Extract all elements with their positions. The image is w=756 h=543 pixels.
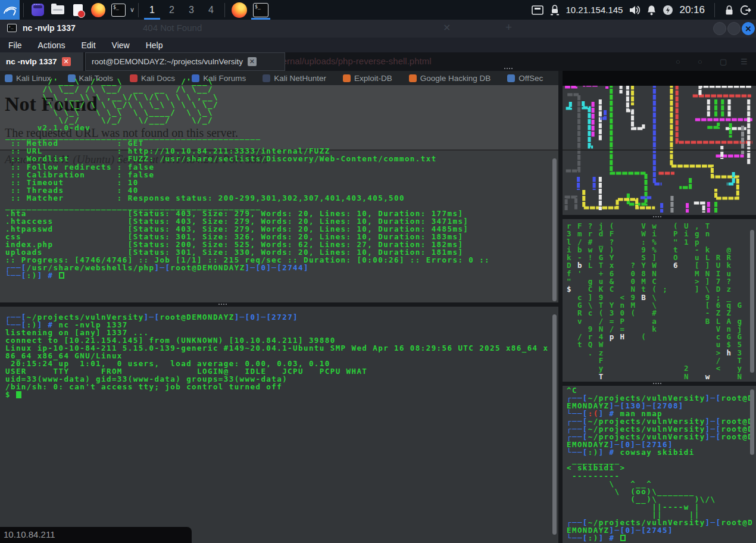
applications-menu-button[interactable] (0, 0, 20, 20)
menu-help[interactable]: Help (146, 40, 163, 50)
vpn-ip-address[interactable]: 10.21.154.145 (566, 5, 623, 15)
desktop: $_ ∨ 1 2 3 4 $_ 10.21.154.145 (0, 0, 756, 543)
terminal-icon: ›_ (7, 24, 17, 32)
pane-resize-handle[interactable] (504, 67, 513, 70)
launcher-text-editor[interactable] (68, 0, 88, 20)
minimize-button[interactable] (713, 22, 726, 35)
clock[interactable]: 20:16 (679, 4, 705, 16)
matrix-row: R c ( 3 0 ( # - Z Z (567, 309, 756, 317)
ghost-tab-close-icon: ✕ (443, 22, 451, 33)
terminal-icon: $_ (111, 4, 126, 17)
volume-icon[interactable] (629, 5, 641, 15)
taskbar-terminal[interactable]: $_ (250, 0, 271, 20)
launcher-desktop[interactable] (27, 0, 48, 20)
terminal-window: 404 Not Found ✕ + ›_ nc -nvlp 1337 ✕ Fil… (0, 20, 756, 543)
matrix-row: c ] 9 < 9 B \ 9 ; _ (567, 294, 756, 301)
lock-screen-icon[interactable] (724, 5, 734, 15)
pane-ffuf[interactable]: Kali LinuxKali ToolsKali DocsKali Forums… (0, 71, 558, 302)
launcher-file-manager[interactable] (48, 0, 68, 20)
matrix-row: 9 N / = k V n j (567, 325, 756, 333)
ghost-shield-icon: ○ (676, 57, 680, 66)
matrix-row: i b w V ) 9 % t - k @ (567, 246, 756, 254)
workspace-2[interactable]: 2 (162, 0, 182, 20)
panel-separator (138, 3, 139, 17)
document-icon (73, 4, 83, 16)
ghost-page-divider (563, 149, 756, 151)
matrix-row: $ C K C N t ( ; ] \ D z (567, 285, 756, 293)
tab-root-demondayz[interactable]: root@DEMONDAYZ:~/projects/vulnVersity ✕ (85, 52, 285, 71)
matrix-row: f ' + 6 0 8 N M N I u (567, 270, 756, 277)
ghost-status-tooltip: 10.10.84.211 (0, 527, 192, 543)
bookmark-favicon (507, 74, 515, 82)
launcher-firefox[interactable] (88, 0, 108, 20)
notification-bell-icon[interactable] (646, 5, 657, 15)
menu-file[interactable]: File (8, 40, 22, 50)
pane-cmatrix[interactable]: r F ? j ( V w ( U , T 3 m r d F W i P i … (563, 219, 756, 382)
chevron-down-icon[interactable]: ∨ (130, 6, 135, 14)
matrix-rain: r F ? j ( V w ( U , T 3 m r d F W i P i … (567, 222, 756, 380)
matrix-row: G \ T Y n M \ [ 6 q G (567, 301, 756, 309)
window-title: nc -nvlp 1337 (23, 23, 76, 33)
terminal-icon: $_ (253, 3, 268, 17)
menu-bar: File Actions Edit View Help (0, 38, 756, 52)
updates-icon[interactable] (663, 5, 673, 15)
matrix-row: / r 4 p H ( c G G (567, 333, 756, 341)
scrollbar-thumb[interactable] (750, 230, 754, 373)
matrix-row: t Q W u $ 5 (567, 341, 756, 348)
panel-separator (23, 3, 24, 17)
ghost-new-tab-icon: + (505, 21, 512, 34)
panel-separator (224, 3, 225, 17)
window-titlebar[interactable]: 404 Not Found ✕ + ›_ nc -nvlp 1337 ✕ (0, 20, 756, 38)
menu-edit[interactable]: Edit (81, 40, 95, 50)
pipes-art (563, 71, 756, 215)
terminal-line: $ (5, 391, 548, 398)
panel-status-area: 10.21.154.145 20:16 (532, 3, 756, 17)
matrix-row: l / # _ ? : % " 1 p (567, 238, 756, 246)
tab-nc-nvlp-1337[interactable]: nc -nvlp 1337 ✕ (0, 52, 83, 71)
matrix-row: " g u & 0 M C > ] 7 ? (567, 277, 756, 285)
scrollbar-thumb[interactable] (750, 389, 754, 455)
taskbar-firefox[interactable] (229, 0, 250, 20)
horizontal-pane-divider[interactable] (0, 302, 558, 307)
matrix-row: T N w N (567, 373, 756, 380)
folder-icon (51, 5, 64, 14)
pane-netcat[interactable]: ┌──[~/projects/vulnVersity]─[root@DEMOND… (0, 307, 558, 543)
pane-resize-handle[interactable] (652, 216, 662, 218)
firefox-icon (91, 3, 105, 17)
matrix-row: F / T (567, 357, 756, 364)
workspace-1[interactable]: 1 (142, 0, 162, 20)
tab-close-icon[interactable]: ✕ (62, 57, 71, 66)
close-button[interactable]: ✕ (742, 22, 755, 35)
ghost-hamburger-icon: ☰ (741, 57, 748, 66)
workspace-pager: 1 2 3 4 (142, 0, 221, 20)
launcher-terminal[interactable]: $_ (108, 0, 129, 20)
terminal-line: ┌──[/usr/share/webshells/php]─[root@DEMO… (5, 264, 490, 272)
clipboard-icon[interactable] (532, 5, 543, 15)
pane-pipes-screensaver[interactable] (563, 71, 756, 215)
workspace-3[interactable]: 3 (182, 0, 201, 20)
matrix-row: 3 m r d F W i P i g n (567, 230, 756, 238)
tab-close-icon[interactable]: ✕ (248, 57, 257, 66)
ghost-dark-strip (563, 71, 756, 86)
ghost-refresh-icon: ○ (698, 57, 702, 66)
logout-icon[interactable] (740, 5, 751, 15)
vertical-pane-divider[interactable] (558, 71, 563, 543)
pane-resize-handle[interactable] (218, 303, 227, 305)
menu-actions[interactable]: Actions (38, 40, 65, 50)
vpn-lock-icon[interactable] (549, 4, 560, 15)
panel-separator (714, 3, 715, 17)
matrix-row: . z > h 3 (567, 349, 756, 357)
terminal-line: /bin/sh: 0: can't access tty; job contro… (5, 383, 548, 391)
scrollbar-thumb[interactable] (552, 314, 557, 535)
scrollbar-thumb[interactable] (552, 158, 557, 301)
shell-output: ^C┌──[~/projects/vulnVersity]─[root@DEMO… (567, 386, 753, 542)
workspace-4[interactable]: 4 (201, 0, 221, 20)
menu-view[interactable]: View (112, 40, 130, 50)
tab-label: root@DEMONDAYZ:~/projects/vulnVersity (92, 57, 243, 66)
maximize-button[interactable] (727, 22, 741, 35)
firefox-icon (232, 2, 247, 18)
pane-shell[interactable]: ^C┌──[~/projects/vulnVersity]─[root@DEMO… (563, 386, 756, 543)
terminal-line: └──[:)] # (5, 272, 490, 279)
tab-bar: http://10.10.84.211:3333/internal/upload… (0, 52, 756, 71)
pane-resize-handle[interactable] (652, 382, 662, 385)
